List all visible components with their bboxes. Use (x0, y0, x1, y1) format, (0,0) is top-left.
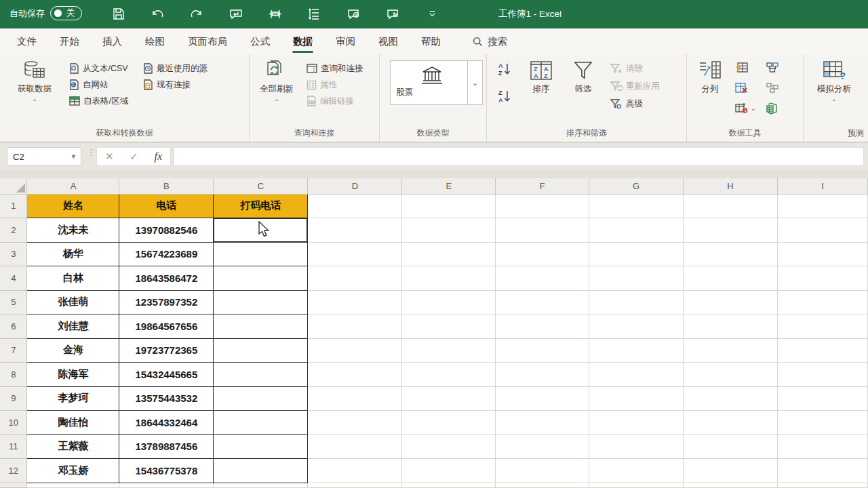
cell-D2[interactable] (308, 218, 402, 243)
column-header-G[interactable]: G (589, 178, 684, 194)
tab-view[interactable]: 视图 (378, 29, 399, 54)
qat-bubble-clock-icon[interactable] (347, 5, 361, 22)
text-to-columns-button[interactable]: 分列 (695, 60, 725, 95)
cell-B5[interactable]: 12357897352 (119, 290, 214, 314)
row-header-13[interactable] (0, 483, 27, 487)
cell-D7[interactable] (308, 338, 402, 363)
tab-data[interactable]: 数据 (292, 29, 313, 54)
cell-I10[interactable] (777, 411, 867, 435)
row-header-4[interactable]: 4 (0, 266, 27, 291)
select-all-button[interactable] (0, 178, 27, 194)
cell-B1[interactable]: 电话 (119, 194, 214, 218)
cell-D1[interactable] (308, 194, 402, 218)
cell-B7[interactable]: 19723772365 (119, 338, 214, 363)
manage-data-model-icon[interactable] (766, 102, 779, 117)
cell-H10[interactable] (684, 411, 778, 435)
cell-C4[interactable] (214, 266, 308, 291)
cell-I12[interactable] (777, 459, 867, 483)
cell-D11[interactable] (308, 434, 402, 459)
cell-G11[interactable] (589, 434, 684, 459)
formula-input[interactable] (174, 147, 864, 166)
cell-H7[interactable] (684, 338, 778, 363)
cell-I2[interactable] (777, 218, 867, 243)
column-header-A[interactable]: A (27, 178, 119, 194)
cell-G13[interactable] (589, 483, 684, 487)
column-header-B[interactable]: B (119, 178, 214, 194)
row-header-6[interactable]: 6 (0, 314, 27, 339)
consolidate-icon[interactable] (766, 62, 779, 76)
relationships-icon[interactable] (766, 82, 779, 96)
sort-za-button[interactable]: ZA (498, 89, 514, 106)
filter-button[interactable]: 筛选 (568, 60, 598, 95)
cell-G5[interactable] (589, 290, 684, 314)
cell-C6[interactable] (214, 314, 308, 339)
row-header-1[interactable]: 1 (0, 194, 27, 218)
cell-H5[interactable] (684, 290, 778, 314)
cell-I8[interactable] (777, 363, 867, 387)
cell-I7[interactable] (777, 338, 867, 363)
cell-G10[interactable] (589, 411, 684, 435)
cell-G3[interactable] (589, 242, 684, 266)
row-header-5[interactable]: 5 (0, 290, 27, 314)
cell-G12[interactable] (589, 459, 684, 483)
cell-A3[interactable]: 杨华 (27, 242, 119, 266)
cell-H11[interactable] (684, 434, 778, 459)
cell-A2[interactable]: 沈未未 (27, 218, 119, 243)
cell-A7[interactable]: 金海 (27, 338, 119, 363)
column-header-D[interactable]: D (308, 178, 402, 194)
cell-D5[interactable] (308, 290, 402, 314)
cell-F10[interactable] (496, 411, 589, 435)
cell-A8[interactable]: 陈海军 (27, 363, 119, 387)
cell-E1[interactable] (402, 194, 496, 218)
cell-I9[interactable] (777, 386, 867, 411)
cell-G1[interactable] (589, 194, 684, 218)
recent-sources-button[interactable]: 最近使用的源 (143, 62, 208, 75)
cell-B9[interactable]: 13575443532 (119, 386, 214, 411)
qat-column-width-icon[interactable] (268, 5, 283, 22)
cell-D6[interactable] (308, 314, 402, 339)
cell-B2[interactable]: 13970882546 (119, 218, 214, 243)
what-if-analysis-button[interactable]: ? 模拟分析 ⌄ (813, 60, 855, 102)
column-header-H[interactable]: H (684, 178, 778, 194)
row-header-11[interactable]: 11 (0, 434, 27, 459)
cell-A1[interactable]: 姓名 (27, 194, 119, 218)
data-validation-icon[interactable]: ⌄ (734, 102, 756, 114)
tab-home[interactable]: 开始 (59, 29, 80, 54)
tab-page-layout[interactable]: 页面布局 (187, 29, 228, 54)
flash-fill-icon[interactable] (734, 62, 756, 76)
cell-B8[interactable]: 15432445665 (119, 363, 214, 387)
cell-E8[interactable] (402, 363, 496, 387)
cell-D13[interactable] (308, 483, 402, 487)
save-icon[interactable] (111, 5, 125, 22)
cell-H4[interactable] (684, 266, 778, 291)
cell-F11[interactable] (496, 434, 589, 459)
undo-icon[interactable] (150, 5, 165, 22)
search-box[interactable]: 搜索 (473, 35, 507, 48)
cell-H12[interactable] (684, 459, 778, 483)
cell-H6[interactable] (684, 314, 778, 339)
row-header-10[interactable]: 10 (0, 411, 27, 435)
cell-B11[interactable]: 13789887456 (119, 434, 214, 459)
enter-icon[interactable]: ✓ (130, 150, 138, 163)
cell-E5[interactable] (402, 290, 496, 314)
cell-F12[interactable] (496, 459, 589, 483)
row-header-3[interactable]: 3 (0, 242, 27, 266)
cell-A6[interactable]: 刘佳慧 (27, 314, 119, 339)
cell-C1[interactable]: 打码电话 (214, 194, 308, 218)
column-header-E[interactable]: E (402, 178, 496, 194)
cell-C5[interactable] (214, 290, 308, 314)
from-text-csv-button[interactable]: 从文本/CSV (69, 62, 128, 75)
cell-I5[interactable] (777, 290, 867, 314)
cell-D8[interactable] (308, 363, 402, 387)
tab-insert[interactable]: 插入 (102, 29, 123, 54)
cell-H1[interactable] (684, 194, 778, 218)
cell-A13[interactable] (27, 483, 119, 487)
from-table-range-button[interactable]: 自表格/区域 (69, 95, 128, 107)
cell-B12[interactable]: 15436775378 (119, 459, 214, 483)
cell-F6[interactable] (496, 314, 589, 339)
cell-B4[interactable]: 18643586472 (119, 266, 214, 291)
existing-connections-button[interactable]: 现有连接 (143, 79, 208, 91)
name-box-dropdown-icon[interactable]: ▼ (71, 153, 77, 160)
cell-I3[interactable] (777, 242, 867, 266)
cell-E12[interactable] (402, 459, 496, 483)
